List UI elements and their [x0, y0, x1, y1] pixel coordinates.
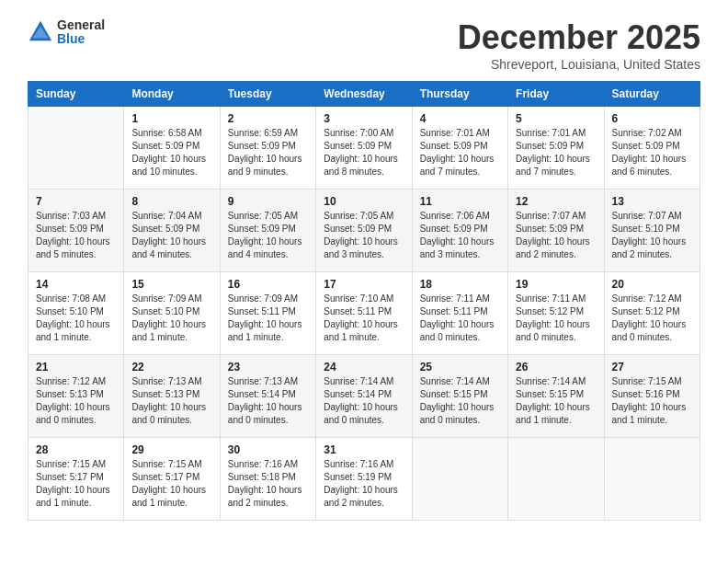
day-number: 4 [420, 112, 500, 125]
weekday-header-thursday: Thursday [412, 82, 507, 107]
weekday-header-friday: Friday [508, 82, 604, 107]
calendar-body: 1Sunrise: 6:58 AM Sunset: 5:09 PM Daylig… [28, 107, 700, 521]
day-number: 20 [612, 278, 692, 291]
calendar-cell: 18Sunrise: 7:11 AM Sunset: 5:11 PM Dayli… [412, 272, 507, 355]
weekday-header-tuesday: Tuesday [220, 82, 315, 107]
calendar-cell: 9Sunrise: 7:05 AM Sunset: 5:09 PM Daylig… [220, 190, 315, 272]
day-number: 14 [36, 278, 116, 291]
day-number: 18 [420, 278, 500, 291]
calendar-week-row: 7Sunrise: 7:03 AM Sunset: 5:09 PM Daylig… [28, 190, 700, 272]
day-number: 26 [516, 361, 596, 373]
day-number: 19 [516, 278, 596, 291]
day-info: Sunrise: 7:14 AM Sunset: 5:15 PM Dayligh… [516, 375, 596, 427]
calendar-table: SundayMondayTuesdayWednesdayThursdayFrid… [28, 81, 700, 521]
month-title: December 2025 [458, 18, 700, 57]
day-number: 3 [324, 112, 404, 125]
day-info: Sunrise: 7:13 AM Sunset: 5:13 PM Dayligh… [131, 375, 211, 427]
day-info: Sunrise: 7:14 AM Sunset: 5:15 PM Dayligh… [420, 375, 500, 427]
calendar-cell: 23Sunrise: 7:13 AM Sunset: 5:14 PM Dayli… [220, 355, 315, 438]
day-number: 22 [131, 361, 211, 373]
calendar-cell [508, 438, 604, 521]
calendar-cell: 5Sunrise: 7:01 AM Sunset: 5:09 PM Daylig… [508, 107, 604, 190]
calendar-cell: 14Sunrise: 7:08 AM Sunset: 5:10 PM Dayli… [28, 272, 124, 355]
day-info: Sunrise: 7:15 AM Sunset: 5:16 PM Dayligh… [612, 375, 692, 427]
calendar-header: SundayMondayTuesdayWednesdayThursdayFrid… [28, 82, 700, 107]
logo-icon [28, 19, 53, 45]
day-info: Sunrise: 7:11 AM Sunset: 5:11 PM Dayligh… [420, 293, 500, 344]
location: Shreveport, Louisiana, United States [458, 57, 700, 72]
day-number: 2 [228, 112, 308, 125]
day-info: Sunrise: 7:10 AM Sunset: 5:11 PM Dayligh… [324, 293, 404, 344]
day-info: Sunrise: 7:13 AM Sunset: 5:14 PM Dayligh… [228, 375, 308, 427]
calendar-cell: 30Sunrise: 7:16 AM Sunset: 5:18 PM Dayli… [220, 438, 315, 521]
day-number: 25 [420, 361, 500, 373]
calendar-week-row: 28Sunrise: 7:15 AM Sunset: 5:17 PM Dayli… [28, 438, 700, 521]
day-number: 9 [228, 195, 308, 208]
calendar-cell: 4Sunrise: 7:01 AM Sunset: 5:09 PM Daylig… [412, 107, 507, 190]
calendar-cell: 2Sunrise: 6:59 AM Sunset: 5:09 PM Daylig… [220, 107, 315, 190]
day-info: Sunrise: 7:15 AM Sunset: 5:17 PM Dayligh… [131, 458, 211, 510]
day-number: 13 [612, 195, 692, 208]
logo-text: General Blue [57, 18, 105, 47]
day-number: 15 [131, 278, 211, 291]
day-number: 30 [228, 443, 308, 456]
day-number: 16 [228, 278, 308, 291]
day-info: Sunrise: 7:06 AM Sunset: 5:09 PM Dayligh… [420, 210, 500, 261]
calendar-cell [28, 107, 124, 190]
calendar-cell: 27Sunrise: 7:15 AM Sunset: 5:16 PM Dayli… [604, 355, 700, 438]
day-info: Sunrise: 7:08 AM Sunset: 5:10 PM Dayligh… [36, 293, 116, 344]
day-number: 6 [612, 112, 692, 125]
day-info: Sunrise: 7:01 AM Sunset: 5:09 PM Dayligh… [420, 127, 500, 178]
calendar-week-row: 21Sunrise: 7:12 AM Sunset: 5:13 PM Dayli… [28, 355, 700, 438]
title-block: December 2025 Shreveport, Louisiana, Uni… [458, 18, 700, 72]
day-number: 17 [324, 278, 404, 291]
calendar-cell: 11Sunrise: 7:06 AM Sunset: 5:09 PM Dayli… [412, 190, 507, 272]
day-info: Sunrise: 7:07 AM Sunset: 5:10 PM Dayligh… [612, 210, 692, 261]
day-info: Sunrise: 7:00 AM Sunset: 5:09 PM Dayligh… [324, 127, 404, 178]
day-info: Sunrise: 7:01 AM Sunset: 5:09 PM Dayligh… [516, 127, 596, 178]
calendar-cell: 22Sunrise: 7:13 AM Sunset: 5:13 PM Dayli… [124, 355, 220, 438]
day-info: Sunrise: 7:12 AM Sunset: 5:13 PM Dayligh… [36, 375, 116, 427]
day-info: Sunrise: 7:02 AM Sunset: 5:09 PM Dayligh… [612, 127, 692, 178]
calendar-cell: 31Sunrise: 7:16 AM Sunset: 5:19 PM Dayli… [316, 438, 412, 521]
day-info: Sunrise: 7:09 AM Sunset: 5:11 PM Dayligh… [228, 293, 308, 344]
day-info: Sunrise: 7:11 AM Sunset: 5:12 PM Dayligh… [516, 293, 596, 344]
day-info: Sunrise: 6:58 AM Sunset: 5:09 PM Dayligh… [131, 127, 211, 178]
calendar-cell: 29Sunrise: 7:15 AM Sunset: 5:17 PM Dayli… [124, 438, 220, 521]
day-number: 23 [228, 361, 308, 373]
calendar-week-row: 14Sunrise: 7:08 AM Sunset: 5:10 PM Dayli… [28, 272, 700, 355]
calendar-cell [412, 438, 507, 521]
day-info: Sunrise: 7:15 AM Sunset: 5:17 PM Dayligh… [36, 458, 116, 510]
day-number: 31 [324, 443, 404, 456]
calendar-cell: 3Sunrise: 7:00 AM Sunset: 5:09 PM Daylig… [316, 107, 412, 190]
day-info: Sunrise: 7:07 AM Sunset: 5:09 PM Dayligh… [516, 210, 596, 261]
calendar-cell: 7Sunrise: 7:03 AM Sunset: 5:09 PM Daylig… [28, 190, 124, 272]
day-info: Sunrise: 7:09 AM Sunset: 5:10 PM Dayligh… [131, 293, 211, 344]
calendar-cell: 21Sunrise: 7:12 AM Sunset: 5:13 PM Dayli… [28, 355, 124, 438]
logo-general: General [57, 18, 105, 32]
day-info: Sunrise: 7:12 AM Sunset: 5:12 PM Dayligh… [612, 293, 692, 344]
day-number: 5 [516, 112, 596, 125]
weekday-header-row: SundayMondayTuesdayWednesdayThursdayFrid… [28, 82, 700, 107]
calendar-cell: 16Sunrise: 7:09 AM Sunset: 5:11 PM Dayli… [220, 272, 315, 355]
calendar-cell: 19Sunrise: 7:11 AM Sunset: 5:12 PM Dayli… [508, 272, 604, 355]
calendar-cell: 17Sunrise: 7:10 AM Sunset: 5:11 PM Dayli… [316, 272, 412, 355]
calendar-cell: 25Sunrise: 7:14 AM Sunset: 5:15 PM Dayli… [412, 355, 507, 438]
calendar-cell: 6Sunrise: 7:02 AM Sunset: 5:09 PM Daylig… [604, 107, 700, 190]
day-number: 28 [36, 443, 116, 456]
calendar-cell: 26Sunrise: 7:14 AM Sunset: 5:15 PM Dayli… [508, 355, 604, 438]
calendar-cell: 10Sunrise: 7:05 AM Sunset: 5:09 PM Dayli… [316, 190, 412, 272]
weekday-header-monday: Monday [124, 82, 220, 107]
day-number: 10 [324, 195, 404, 208]
day-info: Sunrise: 7:16 AM Sunset: 5:19 PM Dayligh… [324, 458, 404, 510]
calendar-cell: 12Sunrise: 7:07 AM Sunset: 5:09 PM Dayli… [508, 190, 604, 272]
day-number: 7 [36, 195, 116, 208]
day-number: 8 [131, 195, 211, 208]
day-number: 1 [131, 112, 211, 125]
calendar-cell [604, 438, 700, 521]
calendar-week-row: 1Sunrise: 6:58 AM Sunset: 5:09 PM Daylig… [28, 107, 700, 190]
day-number: 12 [516, 195, 596, 208]
day-info: Sunrise: 7:05 AM Sunset: 5:09 PM Dayligh… [324, 210, 404, 261]
day-info: Sunrise: 7:04 AM Sunset: 5:09 PM Dayligh… [131, 210, 211, 261]
calendar-cell: 24Sunrise: 7:14 AM Sunset: 5:14 PM Dayli… [316, 355, 412, 438]
